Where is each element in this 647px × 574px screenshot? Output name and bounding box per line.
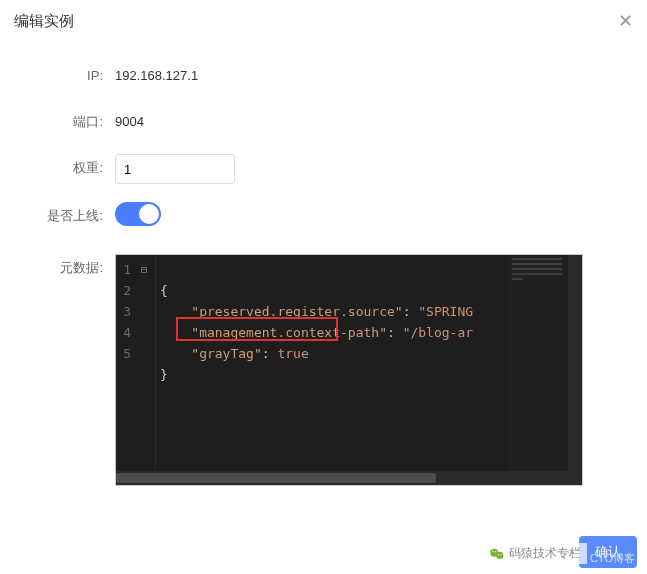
line-gutter: 1⊟ 2 3 4 5 [116,255,156,485]
port-value: 9004 [115,108,647,136]
svg-point-2 [492,551,493,552]
port-label: 端口: [0,108,115,136]
metadata-editor[interactable]: 1⊟ 2 3 4 5 { "preserved.register.source"… [115,254,583,486]
dialog-title: 编辑实例 [14,12,74,31]
fold-icon[interactable]: ⊟ [137,259,147,280]
ip-label: IP: [0,62,115,90]
svg-point-0 [490,548,498,556]
weight-input[interactable] [115,154,235,184]
horizontal-scrollbar[interactable] [116,471,582,485]
svg-point-4 [498,554,499,555]
wechat-icon [489,546,505,562]
metadata-label: 元数据: [0,254,115,282]
scroll-thumb[interactable] [116,473,436,483]
close-icon[interactable]: ✕ [618,10,633,32]
vertical-scrollbar[interactable] [568,255,582,485]
instance-form: IP: 192.168.127.1 端口: 9004 权重: 是否上线: 元数据… [0,42,647,486]
svg-point-3 [495,551,496,552]
wechat-watermark: 码猿技术专栏 [483,543,587,564]
svg-point-1 [496,551,503,558]
weight-label: 权重: [0,154,115,182]
svg-point-5 [500,554,501,555]
minimap[interactable] [508,255,568,485]
online-switch[interactable] [115,202,161,226]
online-label: 是否上线: [0,202,115,230]
ip-value: 192.168.127.1 [115,62,647,90]
blog-stamp: CTO博客 [590,551,635,566]
